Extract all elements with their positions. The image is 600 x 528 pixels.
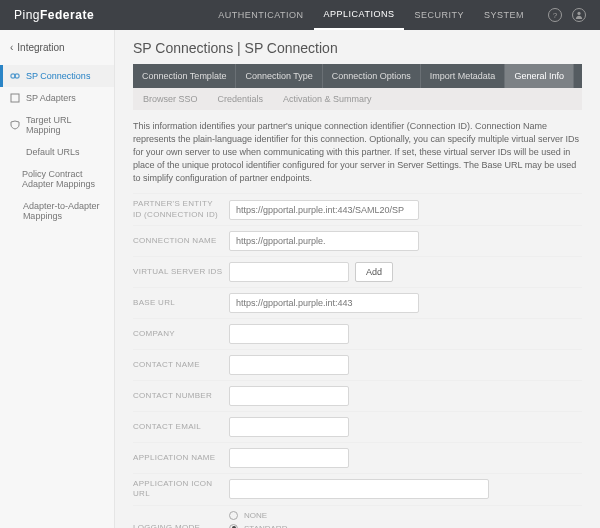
- sidebar-item-default-urls[interactable]: Default URLs: [0, 141, 114, 163]
- sidebar-item-label: Policy Contract Adapter Mappings: [22, 169, 104, 189]
- label-contact-name: CONTACT NAME: [133, 360, 229, 370]
- logging-mode-radio-group: NONE STANDARD ENHANCED: [229, 511, 289, 528]
- tab-connection-type[interactable]: Connection Type: [236, 64, 322, 88]
- brand-first: Ping: [14, 8, 40, 22]
- company-input[interactable]: [229, 324, 349, 344]
- sidebar-item-label: Adapter-to-Adapter Mappings: [23, 201, 104, 221]
- label-company: COMPANY: [133, 329, 229, 339]
- blank-icon: [10, 147, 20, 157]
- sidebar: ‹ Integration SP Connections SP Adapters…: [0, 30, 115, 528]
- label-connection-name: CONNECTION NAME: [133, 236, 229, 246]
- add-virtual-server-button[interactable]: Add: [355, 262, 393, 282]
- help-icon[interactable]: ?: [548, 8, 562, 22]
- tab-general-info[interactable]: General Info: [505, 64, 574, 88]
- sidebar-item-label: SP Adapters: [26, 93, 76, 103]
- label-virtual-server-ids: VIRTUAL SERVER IDS: [133, 267, 229, 277]
- form: PARTNER'S ENTITY ID (CONNECTION ID) CONN…: [133, 193, 582, 528]
- logging-mode-standard[interactable]: STANDARD: [229, 524, 289, 528]
- tab-credentials[interactable]: Credentials: [208, 88, 274, 110]
- label-base-url: BASE URL: [133, 298, 229, 308]
- page-title: SP Connections | SP Connection: [133, 40, 582, 56]
- topnav-security[interactable]: SECURITY: [404, 0, 474, 30]
- radio-label: STANDARD: [244, 524, 287, 528]
- description: This information identifies your partner…: [133, 120, 582, 185]
- main: SP Connections | SP Connection Connectio…: [115, 30, 600, 528]
- contact-email-input[interactable]: [229, 417, 349, 437]
- tabs-secondary: Browser SSO Credentials Activation & Sum…: [133, 88, 582, 110]
- sidebar-item-adapter-to-adapter[interactable]: Adapter-to-Adapter Mappings: [0, 195, 114, 227]
- blank-icon: [10, 174, 16, 184]
- label-contact-email: CONTACT EMAIL: [133, 422, 229, 432]
- sidebar-item-target-url[interactable]: Target URL Mapping: [0, 109, 114, 141]
- label-logging-mode: LOGGING MODE: [133, 523, 229, 528]
- sidebar-item-label: SP Connections: [26, 71, 90, 81]
- application-icon-url-input[interactable]: [229, 479, 489, 499]
- sidebar-back[interactable]: ‹ Integration: [0, 36, 114, 59]
- label-entity-id: PARTNER'S ENTITY ID (CONNECTION ID): [133, 199, 229, 220]
- radio-icon: [229, 524, 238, 528]
- label-application-name: APPLICATION NAME: [133, 453, 229, 463]
- label-contact-number: CONTACT NUMBER: [133, 391, 229, 401]
- tab-browser-sso[interactable]: Browser SSO: [133, 88, 208, 110]
- tab-activation-summary[interactable]: Activation & Summary: [273, 88, 382, 110]
- brand-second: Federate: [40, 8, 94, 22]
- tab-import-metadata[interactable]: Import Metadata: [421, 64, 506, 88]
- link-icon: [10, 71, 20, 81]
- tabs-primary: Connection Template Connection Type Conn…: [133, 64, 582, 88]
- blank-icon: [10, 206, 17, 216]
- logging-mode-none[interactable]: NONE: [229, 511, 289, 520]
- connection-name-input[interactable]: [229, 231, 419, 251]
- radio-label: NONE: [244, 511, 267, 520]
- radio-icon: [229, 511, 238, 520]
- sidebar-item-policy-contract[interactable]: Policy Contract Adapter Mappings: [0, 163, 114, 195]
- svg-rect-2: [15, 74, 19, 78]
- shield-icon: [10, 120, 20, 130]
- brand: PingFederate: [14, 8, 94, 22]
- contact-name-input[interactable]: [229, 355, 349, 375]
- sidebar-item-sp-adapters[interactable]: SP Adapters: [0, 87, 114, 109]
- topbar-icons: ?: [548, 8, 586, 22]
- topbar: PingFederate AUTHENTICATION APPLICATIONS…: [0, 0, 600, 30]
- contact-number-input[interactable]: [229, 386, 349, 406]
- user-icon[interactable]: [572, 8, 586, 22]
- sidebar-item-label: Default URLs: [26, 147, 80, 157]
- topnav-auth[interactable]: AUTHENTICATION: [208, 0, 313, 30]
- svg-rect-3: [11, 94, 19, 102]
- sidebar-item-sp-connections[interactable]: SP Connections: [0, 65, 114, 87]
- topnav: AUTHENTICATION APPLICATIONS SECURITY SYS…: [208, 0, 534, 30]
- base-url-input[interactable]: [229, 293, 419, 313]
- tab-connection-options[interactable]: Connection Options: [323, 64, 421, 88]
- entity-id-input[interactable]: [229, 200, 419, 220]
- sidebar-back-label: Integration: [17, 42, 64, 53]
- chevron-left-icon: ‹: [10, 42, 13, 53]
- box-icon: [10, 93, 20, 103]
- virtual-server-id-input[interactable]: [229, 262, 349, 282]
- application-name-input[interactable]: [229, 448, 349, 468]
- sidebar-item-label: Target URL Mapping: [26, 115, 104, 135]
- svg-rect-1: [11, 74, 15, 78]
- topnav-applications[interactable]: APPLICATIONS: [314, 0, 405, 30]
- label-application-icon-url: APPLICATION ICON URL: [133, 479, 229, 500]
- topnav-system[interactable]: SYSTEM: [474, 0, 534, 30]
- svg-point-0: [577, 12, 580, 15]
- tab-connection-template[interactable]: Connection Template: [133, 64, 236, 88]
